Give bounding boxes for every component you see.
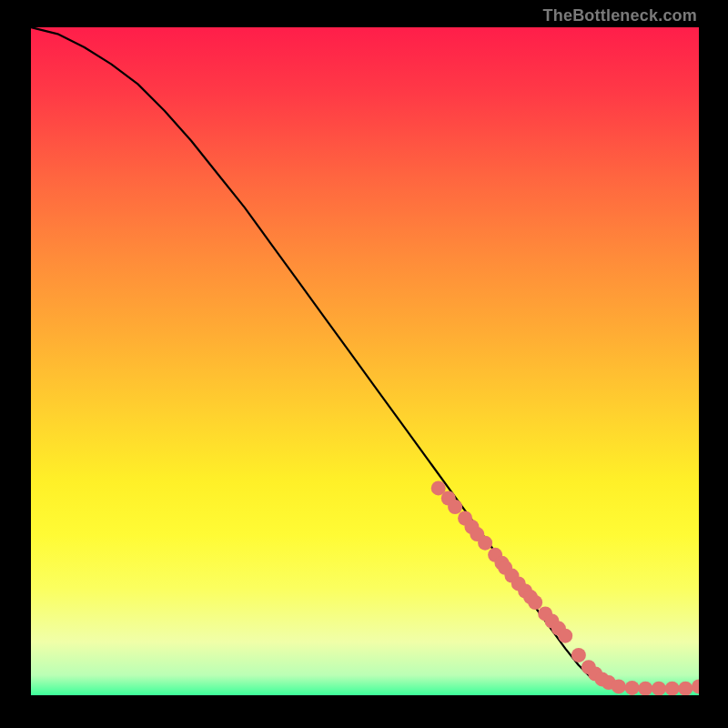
plot-area: [31, 27, 699, 695]
data-point: [678, 682, 693, 695]
chart-overlay: [31, 27, 699, 695]
data-point: [571, 648, 586, 662]
data-point: [612, 679, 626, 693]
data-points-group: [431, 480, 699, 695]
watermark-label: TheBottleneck.com: [543, 7, 697, 24]
bottleneck-curve: [31, 27, 699, 689]
data-point: [625, 681, 640, 695]
data-point: [478, 536, 492, 551]
data-point: [448, 500, 462, 514]
data-point: [652, 682, 666, 695]
chart-stage: TheBottleneck.com: [0, 0, 728, 728]
data-point: [692, 679, 699, 693]
data-point: [558, 629, 572, 643]
data-point: [638, 682, 652, 695]
data-point: [528, 595, 542, 610]
data-point: [665, 682, 680, 695]
